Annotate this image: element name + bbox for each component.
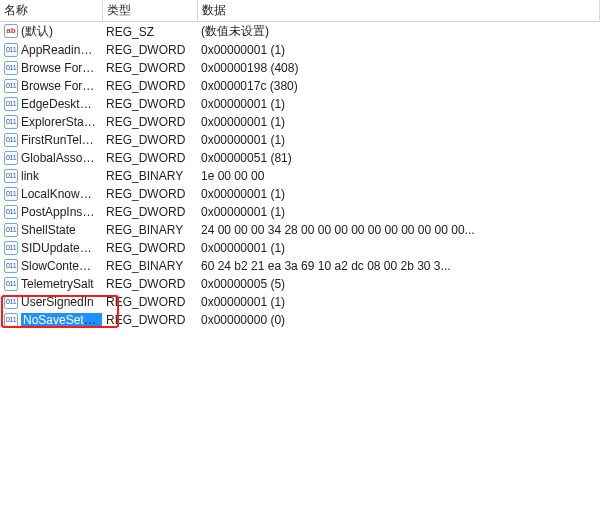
registry-value-type: REG_DWORD — [102, 131, 197, 149]
column-header-name[interactable]: 名称 — [0, 0, 102, 22]
column-header-type[interactable]: 类型 — [102, 0, 197, 22]
binary-value-icon — [4, 151, 18, 165]
registry-value-type: REG_DWORD — [102, 239, 197, 257]
registry-value-row[interactable]: FirstRunTelem...REG_DWORD0x00000001 (1) — [0, 131, 600, 149]
registry-value-name: link — [21, 169, 39, 183]
registry-value-data: 0x00000001 (1) — [197, 113, 600, 131]
registry-value-data: 0x00000005 (5) — [197, 275, 600, 293]
registry-value-type: REG_DWORD — [102, 185, 197, 203]
registry-value-name: GlobalAssocCh... — [21, 151, 102, 165]
binary-value-icon — [4, 259, 18, 273]
registry-value-data: 0x00000001 (1) — [197, 131, 600, 149]
binary-value-icon — [4, 313, 18, 327]
registry-value-name: EdgeDesktopS... — [21, 97, 102, 111]
string-value-icon — [4, 24, 18, 38]
registry-value-name: Browse For Fol... — [21, 61, 102, 75]
registry-value-name: SIDUpdatedO... — [21, 241, 102, 255]
registry-value-data: 0x00000001 (1) — [197, 203, 600, 221]
registry-value-row[interactable]: Browse For Fol...REG_DWORD0x0000017c (38… — [0, 77, 600, 95]
binary-value-icon — [4, 79, 18, 93]
registry-value-row[interactable]: SlowContextM...REG_BINARY60 24 b2 21 ea … — [0, 257, 600, 275]
registry-value-row[interactable]: ShellStateREG_BINARY24 00 00 00 34 28 00… — [0, 221, 600, 239]
registry-value-data: 0x00000000 (0) — [197, 311, 600, 329]
registry-value-type: REG_BINARY — [102, 167, 197, 185]
registry-values-list[interactable]: 名称 类型 数据 (默认)REG_SZ(数值未设置)AppReadinessL.… — [0, 0, 600, 329]
registry-value-row[interactable]: linkREG_BINARY1e 00 00 00 — [0, 167, 600, 185]
registry-value-name: TelemetrySalt — [21, 277, 94, 291]
registry-value-type: REG_DWORD — [102, 77, 197, 95]
binary-value-icon — [4, 115, 18, 129]
registry-value-row[interactable]: LocalKnownFol...REG_DWORD0x00000001 (1) — [0, 185, 600, 203]
registry-value-name: Browse For Fol... — [21, 79, 102, 93]
registry-value-type: REG_DWORD — [102, 275, 197, 293]
binary-value-icon — [4, 133, 18, 147]
binary-value-icon — [4, 169, 18, 183]
binary-value-icon — [4, 277, 18, 291]
registry-value-name: FirstRunTelem... — [21, 133, 102, 147]
registry-value-name: PostAppInstall... — [21, 205, 102, 219]
registry-value-name: NoSaveSettings — [21, 313, 102, 327]
column-header-data[interactable]: 数据 — [197, 0, 600, 22]
binary-value-icon — [4, 295, 18, 309]
registry-value-row[interactable]: TelemetrySaltREG_DWORD0x00000005 (5) — [0, 275, 600, 293]
binary-value-icon — [4, 187, 18, 201]
registry-value-name: ShellState — [21, 223, 76, 237]
registry-value-row[interactable]: AppReadinessL...REG_DWORD0x00000001 (1) — [0, 41, 600, 59]
annotation-arrow — [0, 329, 600, 505]
registry-value-name: AppReadinessL... — [21, 43, 102, 57]
registry-value-row[interactable]: GlobalAssocCh...REG_DWORD0x00000051 (81) — [0, 149, 600, 167]
registry-value-data: 1e 00 00 00 — [197, 167, 600, 185]
binary-value-icon — [4, 43, 18, 57]
registry-value-name: (默认) — [21, 24, 53, 38]
registry-value-row[interactable]: UserSignedInREG_DWORD0x00000001 (1) — [0, 293, 600, 311]
binary-value-icon — [4, 205, 18, 219]
registry-value-data: 0x00000001 (1) — [197, 41, 600, 59]
binary-value-icon — [4, 61, 18, 75]
registry-value-row[interactable]: SIDUpdatedO...REG_DWORD0x00000001 (1) — [0, 239, 600, 257]
registry-value-name: SlowContextM... — [21, 259, 102, 273]
registry-value-data: 60 24 b2 21 ea 3a 69 10 a2 dc 08 00 2b 3… — [197, 257, 600, 275]
registry-value-row[interactable]: ExplorerStartu...REG_DWORD0x00000001 (1) — [0, 113, 600, 131]
registry-value-data: 0x00000001 (1) — [197, 239, 600, 257]
registry-value-data: 0x00000001 (1) — [197, 185, 600, 203]
registry-value-data: 0x00000051 (81) — [197, 149, 600, 167]
registry-value-name: LocalKnownFol... — [21, 187, 102, 201]
registry-value-name: UserSignedIn — [21, 295, 94, 309]
registry-value-data: 0x00000001 (1) — [197, 293, 600, 311]
registry-value-type: REG_DWORD — [102, 113, 197, 131]
binary-value-icon — [4, 97, 18, 111]
registry-value-type: REG_DWORD — [102, 59, 197, 77]
registry-value-row[interactable]: EdgeDesktopS...REG_DWORD0x00000001 (1) — [0, 95, 600, 113]
registry-value-type: REG_DWORD — [102, 95, 197, 113]
registry-value-data: 0x00000198 (408) — [197, 59, 600, 77]
registry-value-row[interactable]: NoSaveSettingsREG_DWORD0x00000000 (0) — [0, 311, 600, 329]
registry-value-type: REG_BINARY — [102, 221, 197, 239]
binary-value-icon — [4, 241, 18, 255]
registry-value-type: REG_DWORD — [102, 41, 197, 59]
registry-value-type: REG_DWORD — [102, 311, 197, 329]
registry-value-type: REG_DWORD — [102, 149, 197, 167]
registry-value-data: 0x0000017c (380) — [197, 77, 600, 95]
registry-value-data: 0x00000001 (1) — [197, 95, 600, 113]
registry-value-name: ExplorerStartu... — [21, 115, 102, 129]
registry-value-type: REG_DWORD — [102, 293, 197, 311]
binary-value-icon — [4, 223, 18, 237]
registry-value-type: REG_DWORD — [102, 203, 197, 221]
registry-value-row[interactable]: Browse For Fol...REG_DWORD0x00000198 (40… — [0, 59, 600, 77]
registry-value-type: REG_BINARY — [102, 257, 197, 275]
registry-value-row[interactable]: PostAppInstall...REG_DWORD0x00000001 (1) — [0, 203, 600, 221]
registry-value-data: (数值未设置) — [197, 22, 600, 42]
registry-value-row[interactable]: (默认)REG_SZ(数值未设置) — [0, 22, 600, 42]
registry-value-data: 24 00 00 00 34 28 00 00 00 00 00 00 00 0… — [197, 221, 600, 239]
registry-value-type: REG_SZ — [102, 22, 197, 42]
